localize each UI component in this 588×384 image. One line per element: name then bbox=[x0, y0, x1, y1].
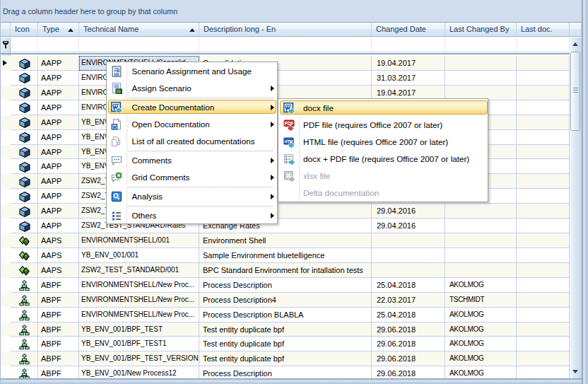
svg-text:PDF: PDF bbox=[285, 121, 294, 126]
